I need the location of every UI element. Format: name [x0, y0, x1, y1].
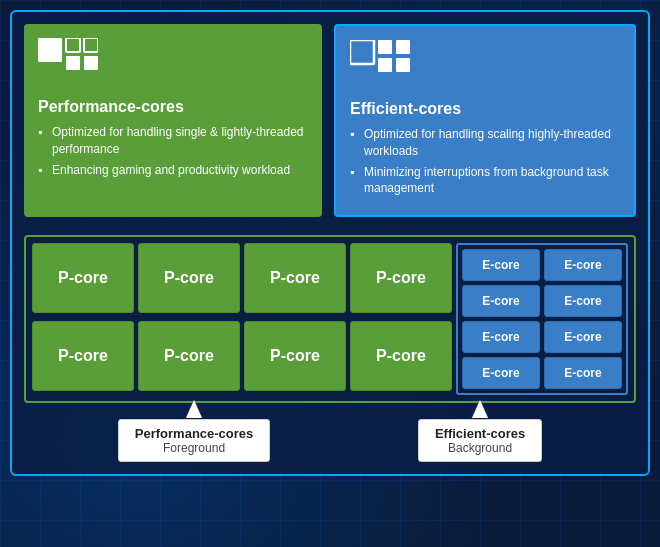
top-section: Performance-cores Optimized for handling… — [24, 24, 636, 217]
e-cores-title: Efficient-cores — [350, 100, 620, 118]
p-core-grid: P-core P-core P-core P-core P-core P-cor… — [32, 243, 452, 395]
p-cores-icon — [38, 38, 308, 90]
e-core-cell-1: E-core — [462, 249, 540, 281]
p-cores-list: Optimized for handling single & lightly-… — [38, 124, 308, 178]
e-cores-label-title: Efficient-cores — [435, 426, 525, 441]
p-cores-card: Performance-cores Optimized for handling… — [24, 24, 322, 217]
e-core-grid: E-core E-core E-core E-core E-core E-cor… — [456, 243, 628, 395]
e-core-cell-3: E-core — [462, 285, 540, 317]
p-cores-bullet-1: Optimized for handling single & lightly-… — [38, 124, 308, 158]
svg-rect-4 — [84, 56, 98, 70]
bottom-labels: Performance-cores Foreground Efficient-c… — [24, 419, 636, 462]
core-grid-section: P-core P-core P-core P-core P-core P-cor… — [24, 235, 636, 403]
p-cores-label-box: Performance-cores Foreground — [118, 419, 271, 462]
e-cores-bullet-2: Minimizing interruptions from background… — [350, 164, 620, 198]
e-cores-icon — [350, 40, 620, 92]
svg-rect-9 — [396, 58, 410, 72]
e-core-cell-7: E-core — [462, 357, 540, 389]
p-core-cell-3: P-core — [244, 243, 346, 313]
p-core-cell-8: P-core — [350, 321, 452, 391]
svg-rect-2 — [84, 38, 98, 52]
p-core-cell-4: P-core — [350, 243, 452, 313]
p-cores-bullet-2: Enhancing gaming and productivity worklo… — [38, 162, 308, 179]
p-core-cell-1: P-core — [32, 243, 134, 313]
p-cores-label-subtitle: Foreground — [135, 441, 254, 455]
e-cores-list: Optimized for handling scaling highly-th… — [350, 126, 620, 197]
svg-rect-6 — [378, 40, 392, 54]
svg-rect-3 — [66, 56, 80, 70]
p-core-cell-6: P-core — [138, 321, 240, 391]
e-cores-card: Efficient-cores Optimized for handling s… — [334, 24, 636, 217]
e-core-cell-6: E-core — [544, 321, 622, 353]
e-cores-label-box: Efficient-cores Background — [418, 419, 542, 462]
e-core-cell-5: E-core — [462, 321, 540, 353]
svg-rect-0 — [38, 38, 62, 62]
p-cores-title: Performance-cores — [38, 98, 308, 116]
svg-rect-5 — [350, 40, 374, 64]
svg-rect-1 — [66, 38, 80, 52]
p-core-cell-7: P-core — [244, 321, 346, 391]
e-cores-bullet-1: Optimized for handling scaling highly-th… — [350, 126, 620, 160]
e-core-cell-2: E-core — [544, 249, 622, 281]
p-cores-label-title: Performance-cores — [135, 426, 254, 441]
svg-rect-7 — [396, 40, 410, 54]
svg-rect-8 — [378, 58, 392, 72]
p-core-cell-5: P-core — [32, 321, 134, 391]
e-cores-label-subtitle: Background — [435, 441, 525, 455]
p-core-cell-2: P-core — [138, 243, 240, 313]
e-core-cell-8: E-core — [544, 357, 622, 389]
e-core-cell-4: E-core — [544, 285, 622, 317]
main-container: Performance-cores Optimized for handling… — [10, 10, 650, 476]
